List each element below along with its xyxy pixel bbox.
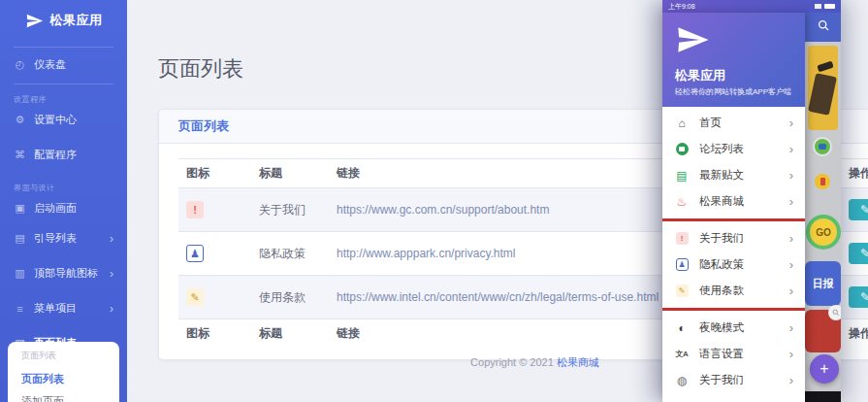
drawer-item-language[interactable]: 文A 语言设置 ›: [662, 341, 805, 367]
search-bubble-icon[interactable]: [828, 305, 841, 320]
edit-button[interactable]: ✎: [849, 199, 868, 220]
app-icon-yellow[interactable]: [815, 174, 830, 189]
submenu-heading: 页面列表: [21, 350, 106, 368]
paper-plane-logo-icon: [25, 12, 44, 30]
nav-drawer: 松果应用 轻松将你的网站转换成APP客户端 ⌂ 首页 › 论坛列表 › ▤ 最新…: [662, 13, 805, 402]
drawer-item-latest-posts[interactable]: ▤ 最新贴文 ›: [662, 162, 805, 188]
search-icon[interactable]: [818, 18, 830, 36]
edit-button[interactable]: ✎: [849, 286, 868, 308]
gear-icon: ⚙: [14, 114, 26, 126]
divider: [14, 47, 113, 48]
col-footer-action: 操作: [841, 319, 868, 349]
sidebar-submenu: 页面列表 页面列表 添加页面: [8, 342, 119, 402]
admin-sidebar: 松果应用 ◴ 仪表盘 设置程序 ⚙ 设置中心 ⌘ 配置程序 界面与设计 ▣ 启动…: [0, 0, 127, 402]
nav-icons-icon: ▥: [14, 267, 26, 280]
daily-tile[interactable]: 日报: [805, 261, 841, 306]
forum-icon: [676, 143, 689, 155]
chevron-right-icon: ›: [789, 257, 793, 272]
app-banner-image[interactable]: [808, 46, 838, 130]
paper-plane-logo-icon: [675, 22, 710, 61]
phone-status-bar: 上午9:08: [662, 0, 841, 13]
copyright-brand-link[interactable]: 松果商城: [557, 356, 599, 368]
sidebar-item-configure-app[interactable]: ⌘ 配置程序: [0, 142, 127, 168]
about-info-icon: !: [186, 201, 204, 218]
add-fab-button[interactable]: +: [810, 354, 839, 384]
sidebar-section-setup: 设置程序: [0, 88, 127, 107]
drawer-item-terms[interactable]: ✎ 使用条款 ›: [662, 278, 805, 304]
status-time: 上午9:08: [668, 2, 695, 12]
drawer-item-about[interactable]: ! 关于我们 ›: [662, 225, 805, 251]
col-header-action: 操作: [841, 159, 868, 188]
red-divider-line: [662, 218, 805, 221]
red-divider-line: [662, 308, 805, 311]
chevron-right-icon: ›: [110, 302, 113, 316]
sidebar-item-menu-items[interactable]: ≡ 菜单项目 ›: [0, 295, 127, 321]
chevron-right-icon: ›: [789, 116, 793, 130]
terms-note-icon: ✎: [186, 288, 204, 306]
drawer-header: 松果应用 轻松将你的网站转换成APP客户端: [662, 13, 805, 107]
drawer-item-night-mode[interactable]: ◐ 夜晚模式 ›: [662, 315, 805, 341]
sidebar-item-dashboard[interactable]: ◴ 仪表盘: [0, 51, 127, 78]
dashboard-icon: ◴: [14, 58, 26, 71]
sidebar-item-guide-list[interactable]: ▤ 引导列表 ›: [0, 225, 127, 251]
drawer-item-mall[interactable]: ♨ 松果商城 ›: [662, 188, 805, 215]
drawer-app-name: 松果应用: [675, 67, 725, 84]
drawer-item-home[interactable]: ⌂ 首页 ›: [662, 110, 805, 136]
privacy-id-icon: ♟: [676, 258, 689, 271]
page-title: 页面列表: [158, 54, 243, 84]
app-icon-green[interactable]: [813, 137, 832, 156]
page-title-cell: 使用条款: [251, 276, 329, 319]
col-header-title: 标题: [251, 159, 329, 188]
signal-icon: [815, 4, 821, 9]
chevron-right-icon: ›: [789, 168, 793, 183]
submenu-item-add-page[interactable]: 添加页面: [21, 390, 106, 402]
chevron-right-icon: ›: [789, 142, 793, 156]
sidebar-section-design: 界面与设计: [0, 177, 127, 195]
chevron-right-icon: ›: [110, 267, 113, 281]
sidebar-item-splash-screen[interactable]: ▣ 启动画面: [0, 195, 127, 221]
edit-button[interactable]: ✎: [849, 243, 868, 264]
col-header-icon: 图标: [178, 159, 251, 188]
red-tile[interactable]: [805, 310, 841, 352]
sidebar-brand[interactable]: 松果应用: [0, 0, 127, 41]
chevron-right-icon: ›: [789, 373, 793, 387]
language-icon: 文A: [675, 349, 689, 359]
night-mode-icon: ◐: [675, 321, 689, 335]
page-title-cell: 隐私政策: [251, 232, 329, 276]
privacy-id-icon: ♟: [186, 245, 204, 262]
posts-icon: ▤: [675, 169, 689, 183]
drawer-item-privacy[interactable]: ♟ 隐私政策 ›: [662, 251, 805, 278]
drawer-item-about-app[interactable]: ◍ 关于我们 ›: [662, 367, 805, 393]
battery-icon: [824, 4, 835, 9]
col-footer-title: 标题: [251, 319, 329, 349]
page-title-cell: 关于我们: [251, 188, 329, 232]
drawer-tagline: 轻松将你的网站转换成APP客户端: [675, 86, 791, 97]
phone-preview: 上午9:08 GO 日报: [662, 0, 841, 402]
sidebar-item-settings-center[interactable]: ⚙ 设置中心: [0, 107, 127, 133]
mall-icon: ♨: [675, 195, 689, 209]
chevron-right-icon: ›: [789, 347, 793, 361]
chevron-right-icon: ›: [110, 232, 113, 246]
list-icon: ▤: [14, 232, 26, 245]
info-circle-icon: ◍: [675, 374, 689, 387]
go-button[interactable]: GO: [806, 215, 841, 250]
image-icon: ▣: [14, 202, 26, 215]
sidebar-item-top-nav-icons[interactable]: ▥ 顶部导航图标 ›: [0, 260, 127, 286]
chevron-right-icon: ›: [789, 284, 793, 298]
chevron-right-icon: ›: [789, 194, 793, 209]
home-icon: ⌂: [675, 117, 689, 130]
col-footer-icon: 图标: [178, 319, 251, 349]
submenu-item-page-list[interactable]: 页面列表: [21, 368, 106, 390]
terms-note-icon: ✎: [676, 285, 689, 297]
drawer-item-forum-list[interactable]: 论坛列表 ›: [662, 136, 805, 162]
config-icon: ⌘: [14, 149, 26, 161]
chevron-right-icon: ›: [789, 231, 793, 246]
chevron-right-icon: ›: [789, 320, 793, 335]
brand-name: 松果应用: [50, 12, 103, 29]
menu-icon: ≡: [14, 303, 26, 315]
divider: [14, 84, 113, 84]
about-info-icon: !: [676, 232, 689, 245]
